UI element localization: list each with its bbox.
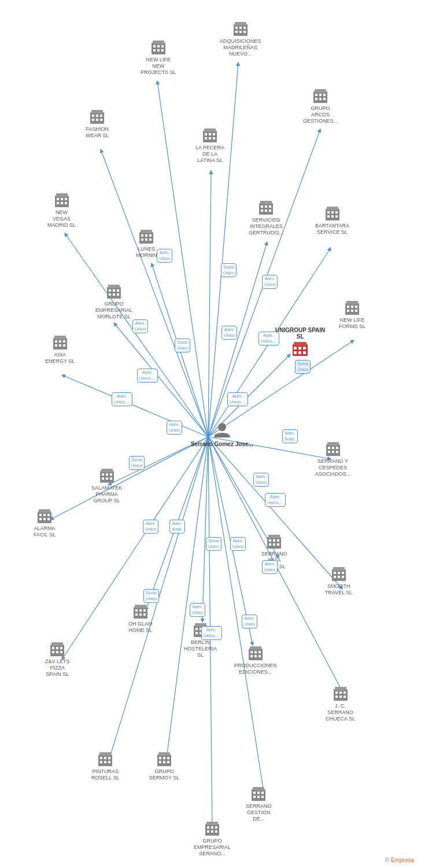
svg-rect-141 bbox=[101, 469, 113, 472]
svg-rect-135 bbox=[332, 447, 334, 449]
svg-rect-124 bbox=[53, 338, 67, 350]
svg-rect-109 bbox=[294, 342, 306, 345]
node-pinturas-rosell[interactable]: PINTURASROSELL SL bbox=[91, 751, 120, 781]
node-alarma-facil[interactable]: ALARMAFACIL SL bbox=[34, 508, 56, 538]
role-badge-adm-unico-12[interactable]: Adm.Unico bbox=[143, 520, 158, 534]
building-icon bbox=[49, 641, 65, 657]
role-badge-adm-unico-6[interactable]: Adm.Unico,... bbox=[112, 392, 132, 406]
role-badge-adm-unico-13[interactable]: Adm.Unico bbox=[230, 537, 246, 551]
role-badge-socio-unico-1[interactable]: SocioÚnico bbox=[221, 263, 237, 277]
svg-rect-127 bbox=[59, 340, 61, 343]
node-zvlets-pizza[interactable]: Z&V LETSPIZZASPAIN SL bbox=[45, 641, 70, 677]
svg-rect-232 bbox=[261, 792, 264, 794]
svg-rect-123 bbox=[355, 310, 357, 312]
node-grupo-morlote[interactable]: GRUPOEMPRESARIALMORLOTE SL bbox=[95, 284, 132, 319]
svg-rect-149 bbox=[39, 509, 50, 513]
role-badge-adm-unico-9[interactable]: Adm.Unico bbox=[167, 421, 182, 435]
role-badge-adm-unico-16[interactable]: Adm.Unico,... bbox=[201, 626, 222, 640]
node-la-pecera[interactable]: LA PECERADE LALATINA SL bbox=[195, 127, 224, 163]
role-badge-socio-unico-4[interactable]: SocioÚnico bbox=[129, 456, 145, 470]
node-label: SALAMATEKPHARMAGROUP SL bbox=[91, 485, 122, 503]
node-label: SERRANOGESTIONDE... bbox=[246, 803, 272, 822]
svg-rect-54 bbox=[315, 94, 317, 96]
node-serrano-gestion[interactable]: SERRANOGESTIONDE... bbox=[246, 786, 272, 822]
svg-rect-134 bbox=[328, 447, 330, 449]
svg-rect-170 bbox=[338, 576, 340, 578]
svg-rect-175 bbox=[139, 609, 142, 612]
node-asia-energy[interactable]: ASIAENERGY SL bbox=[45, 334, 75, 365]
svg-rect-37 bbox=[235, 22, 246, 25]
svg-rect-235 bbox=[261, 796, 264, 798]
node-new-vegas[interactable]: NEWVEGASMADRID SL bbox=[47, 192, 76, 228]
node-grupo-empresarial-serrano[interactable]: GRUPOEMPRESARIALSERANO... bbox=[194, 821, 231, 856]
role-badge-adm-unico-2[interactable]: Adm.Unico bbox=[132, 319, 148, 333]
node-label: LUNESMORNIN bbox=[136, 246, 157, 259]
node-grupo-sermoy[interactable]: GRUPOSERMOY SL bbox=[149, 751, 179, 781]
role-badge-adm-unico-15[interactable]: Adm.Unico bbox=[190, 603, 205, 617]
svg-rect-52 bbox=[313, 91, 327, 103]
svg-rect-208 bbox=[60, 647, 62, 649]
node-servicios-integrales[interactable]: SERVICIOSINTEGRALESGERTRUDIS... bbox=[249, 200, 283, 236]
center-person-node[interactable]: Serrano Gomez Jose... bbox=[191, 421, 253, 447]
role-badge-adm-unico-5[interactable]: Adm.Unico,... bbox=[137, 369, 158, 382]
node-fashion-wear[interactable]: FASHIONWEAR SL bbox=[86, 109, 109, 139]
svg-rect-56 bbox=[323, 94, 326, 96]
svg-rect-198 bbox=[335, 692, 338, 694]
node-lunes-mornin[interactable]: LUNESMORNIN bbox=[136, 229, 157, 259]
svg-rect-68 bbox=[55, 196, 69, 207]
role-badge-socio-unico-5[interactable]: SocioÚnico bbox=[206, 537, 221, 551]
node-unigroup[interactable]: UNIGROUP SPAINSL bbox=[275, 327, 325, 357]
role-badge-adm-unico-3[interactable]: Adm.Único bbox=[262, 275, 278, 289]
svg-rect-98 bbox=[145, 238, 147, 241]
node-oh-glam-home[interactable]: OH GLAMHOME SL bbox=[128, 604, 153, 634]
node-label: PRODUCCIONESEDICIONES... bbox=[234, 663, 277, 675]
node-label: BERLINHOSTELERIASL bbox=[184, 639, 217, 658]
svg-rect-86 bbox=[327, 211, 330, 214]
node-label: Z&V LETSPIZZASPAIN SL bbox=[45, 659, 70, 677]
node-label: OH GLAMHOME SL bbox=[128, 621, 153, 634]
node-smooth-travel[interactable]: SMOOTHTRAVEL SL bbox=[325, 566, 353, 596]
svg-rect-74 bbox=[61, 202, 63, 204]
svg-point-27 bbox=[218, 423, 226, 431]
svg-rect-176 bbox=[143, 609, 146, 612]
node-label: ASIAENERGY SL bbox=[45, 352, 75, 365]
svg-rect-221 bbox=[158, 752, 170, 756]
role-badge-socio-unico-6[interactable]: SocioÚnico bbox=[143, 589, 159, 603]
role-badge-socio-unico-2[interactable]: SocioÚnico bbox=[175, 339, 190, 352]
svg-rect-64 bbox=[213, 133, 215, 135]
svg-rect-50 bbox=[96, 119, 98, 121]
node-adquisiciones[interactable]: ADQUISICIONES MADRILEÑAS NUEVO... bbox=[220, 21, 261, 57]
role-badge-adm-solid-1[interactable]: Adm.Solid. bbox=[282, 429, 298, 443]
role-badge-adm-unico-4[interactable]: Adm.Unico bbox=[221, 326, 237, 340]
role-badge-adm-unico-14[interactable]: Adm.Unico bbox=[262, 560, 278, 574]
svg-rect-28 bbox=[152, 43, 165, 54]
node-label: LA PECERADE LALATINA SL bbox=[195, 145, 224, 163]
node-serrano-cespedes[interactable]: SERRANO YCESPEDESASOCIADOS... bbox=[315, 441, 350, 477]
svg-rect-36 bbox=[234, 24, 248, 36]
node-salamatek[interactable]: SALAMATEKPHARMAGROUP SL bbox=[91, 468, 122, 503]
svg-line-24 bbox=[166, 437, 208, 763]
svg-rect-147 bbox=[110, 477, 112, 480]
node-bartantara[interactable]: BARTANTARASERVICE SL bbox=[315, 205, 349, 236]
role-badge-adm-unico-10[interactable]: Adm.Unico bbox=[253, 473, 269, 487]
svg-rect-32 bbox=[161, 45, 164, 47]
role-badge-adm-unico-17[interactable]: Adm.Unico bbox=[242, 615, 257, 628]
node-new-life-new[interactable]: NEW LIFE NEW PROJECTS SL bbox=[141, 39, 176, 75]
svg-rect-46 bbox=[92, 115, 94, 117]
role-badge-adm-unico-7[interactable]: Adm.Unico,... bbox=[227, 392, 248, 406]
svg-rect-93 bbox=[141, 230, 152, 233]
node-label: SERVICIOSINTEGRALESGERTRUDIS... bbox=[249, 217, 283, 236]
node-new-life-forms[interactable]: NEW LIFEFORMS SL bbox=[339, 300, 365, 330]
node-jc-serrano[interactable]: J. C.SERRANOCHUECA SL bbox=[326, 686, 355, 722]
building-icon bbox=[250, 786, 267, 802]
role-badge-adm-unico-8[interactable]: Adm.,Unico,... bbox=[258, 332, 279, 345]
role-badge-adm-unico-11[interactable]: Adm.Unico,... bbox=[265, 493, 286, 507]
building-icon bbox=[52, 334, 68, 351]
role-badge-adm-solid-2[interactable]: Adm.Solid. bbox=[169, 520, 185, 534]
role-badge-adm-unico-1[interactable]: Adm.Unico bbox=[157, 249, 172, 263]
svg-rect-82 bbox=[265, 209, 267, 212]
svg-rect-148 bbox=[38, 512, 51, 523]
node-grupo-arcos[interactable]: GRUPOARCOSGESTIONES... bbox=[303, 88, 338, 124]
role-badge-socio-unico-3[interactable]: SocioÚnico bbox=[295, 360, 311, 374]
node-producciones[interactable]: PRODUCCIONESEDICIONES... bbox=[234, 645, 277, 675]
